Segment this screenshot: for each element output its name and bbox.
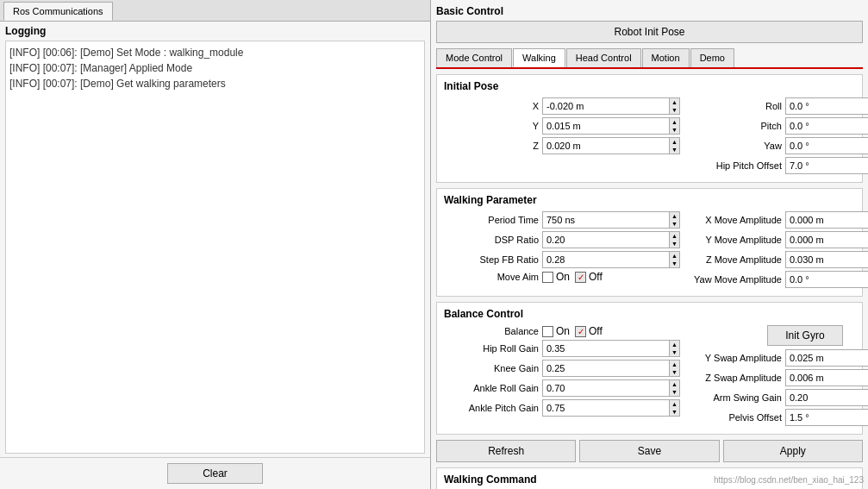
input-z-swap-field[interactable] [785, 369, 868, 386]
watermark: https://blog.csdn.net/ben_xiao_hai_123 [714, 475, 864, 485]
field-y: Y ▲▼ [444, 117, 680, 135]
tab-head-control[interactable]: Head Control [566, 48, 641, 67]
walking-param-right: X Move Amplitude ▲▼ Y Move Amplitude ▲▼ [687, 211, 868, 291]
spin-x-down[interactable]: ▼ [670, 106, 679, 114]
tabs-row: Mode Control Walking Head Control Motion… [436, 48, 863, 69]
input-y-field[interactable] [542, 117, 670, 135]
input-ankle-pitch-field[interactable] [542, 399, 670, 417]
move-aim-on-checkbox[interactable] [542, 272, 553, 283]
label-ankle-pitch: Ankle Pitch Gain [444, 403, 539, 413]
spin-knee-down[interactable]: ▼ [670, 368, 679, 376]
spin-z-down[interactable]: ▼ [670, 146, 679, 154]
spin-ankle-pitch: ▲▼ [670, 399, 680, 417]
initial-pose-left: X ▲▼ Y ▲▼ Z [444, 97, 680, 177]
tab-demo[interactable]: Demo [690, 48, 734, 67]
input-pitch-field[interactable] [785, 117, 868, 135]
walking-param-left: Period Time ▲▼ DSP Ratio ▲▼ [444, 211, 680, 291]
input-roll-field[interactable] [785, 97, 868, 115]
spin-ankle-pitch-up[interactable]: ▲ [670, 400, 679, 408]
save-button[interactable]: Save [579, 440, 719, 462]
spin-y-down[interactable]: ▼ [670, 126, 679, 134]
input-knee-gain-field[interactable] [542, 360, 670, 377]
move-aim-on[interactable]: On [542, 271, 570, 283]
field-ankle-roll: Ankle Roll Gain ▲▼ [444, 379, 680, 397]
log-entry: [INFO] [00:07]: [Demo] Get walking param… [9, 76, 421, 91]
logging-label: Logging [5, 25, 425, 37]
balance-off-checkbox[interactable] [575, 326, 586, 337]
tab-mode-control[interactable]: Mode Control [436, 48, 512, 67]
spin-dsp-down[interactable]: ▼ [670, 240, 679, 248]
label-pitch: Pitch [687, 121, 782, 131]
spin-dsp-up[interactable]: ▲ [670, 232, 679, 240]
spin-ankle-pitch-down[interactable]: ▼ [670, 408, 679, 416]
input-yaw-move-field[interactable] [785, 271, 868, 288]
input-x-move-field[interactable] [785, 211, 868, 229]
input-ankle-roll-field[interactable] [542, 379, 670, 397]
input-y-move: ▲▼ [785, 231, 868, 248]
spin-period-up[interactable]: ▲ [670, 212, 679, 220]
input-arm-swing-field[interactable] [785, 389, 868, 406]
input-yaw-field[interactable] [785, 137, 868, 154]
input-dsp-ratio: ▲▼ [542, 231, 680, 248]
input-arm-swing: ▲▼ [785, 389, 868, 406]
spin-ankle-roll-up[interactable]: ▲ [670, 380, 679, 388]
tab-bar: Ros Communications [0, 0, 430, 22]
initial-pose-right: Roll ▲▼ Pitch ▲▼ Yaw [687, 97, 868, 177]
input-z-move-field[interactable] [785, 251, 868, 268]
balance-on[interactable]: On [542, 325, 570, 337]
init-gyro-button[interactable]: Init Gyro [767, 325, 842, 346]
input-period-time-field[interactable] [542, 211, 670, 229]
field-arm-swing: Arm Swing Gain ▲▼ [687, 389, 868, 406]
balance-off[interactable]: Off [575, 325, 603, 337]
balance-checkboxes: On Off [542, 325, 603, 337]
tab-walking[interactable]: Walking [513, 48, 565, 67]
spin-z-up[interactable]: ▲ [670, 138, 679, 146]
spin-period-down[interactable]: ▼ [670, 220, 679, 228]
move-aim-off[interactable]: Off [575, 271, 603, 283]
spin-hip-roll-up[interactable]: ▲ [670, 341, 679, 348]
label-y-move: Y Move Amplitude [687, 235, 782, 245]
robot-init-button[interactable]: Robot Init Pose [436, 21, 863, 43]
field-yaw-move: Yaw Move Amplitude ▲▼ [687, 271, 868, 288]
spin-y-up[interactable]: ▲ [670, 118, 679, 126]
initial-pose-title: Initial Pose [444, 80, 855, 92]
log-entry: [INFO] [00:06]: [Demo] Set Mode : walkin… [9, 45, 421, 60]
field-balance: Balance On Off [444, 325, 680, 337]
input-knee-gain: ▲▼ [542, 360, 680, 377]
spin-knee-up[interactable]: ▲ [670, 360, 679, 368]
field-period-time: Period Time ▲▼ [444, 211, 680, 229]
spin-dsp: ▲▼ [670, 231, 680, 248]
spin-hip-roll-down[interactable]: ▼ [670, 348, 679, 356]
input-dsp-ratio-field[interactable] [542, 231, 670, 248]
spin-ankle-roll-down[interactable]: ▼ [670, 388, 679, 396]
spin-x-up[interactable]: ▲ [670, 98, 679, 106]
field-x-move: X Move Amplitude ▲▼ [687, 211, 868, 229]
walking-parameter-section: Walking Parameter Period Time ▲▼ DSP Rat… [436, 188, 863, 297]
spin-step-down[interactable]: ▼ [670, 260, 679, 267]
refresh-button[interactable]: Refresh [436, 440, 576, 462]
label-yaw-move: Yaw Move Amplitude [687, 274, 782, 285]
ros-communications-tab[interactable]: Ros Communications [3, 2, 113, 21]
move-aim-off-checkbox[interactable] [575, 272, 586, 283]
spin-step-up[interactable]: ▲ [670, 252, 679, 260]
input-x-field[interactable] [542, 97, 670, 115]
input-yaw-move: ▲▼ [785, 271, 868, 288]
input-pelvis-offset-field[interactable] [785, 409, 868, 426]
log-entry: [INFO] [00:07]: [Manager] Applied Mode [9, 60, 421, 76]
balance-control-section: Balance Control Balance On Off [436, 302, 863, 435]
input-z-field[interactable] [542, 137, 670, 154]
input-hip-roll-gain-field[interactable] [542, 340, 670, 357]
clear-button[interactable]: Clear [167, 463, 263, 484]
input-step-fb-field[interactable] [542, 251, 670, 268]
input-y-swap-field[interactable] [785, 349, 868, 367]
input-y-swap: ▲▼ [785, 349, 868, 367]
input-y-move-field[interactable] [785, 231, 868, 248]
input-hip-pitch-field[interactable] [785, 157, 868, 174]
label-step-fb: Step FB Ratio [444, 254, 539, 265]
label-roll: Roll [687, 101, 782, 111]
balance-on-checkbox[interactable] [542, 326, 553, 337]
balance-control-grid: Balance On Off [444, 325, 855, 429]
spin-period: ▲▼ [670, 211, 680, 229]
tab-motion[interactable]: Motion [642, 48, 690, 67]
apply-button[interactable]: Apply [723, 440, 863, 462]
